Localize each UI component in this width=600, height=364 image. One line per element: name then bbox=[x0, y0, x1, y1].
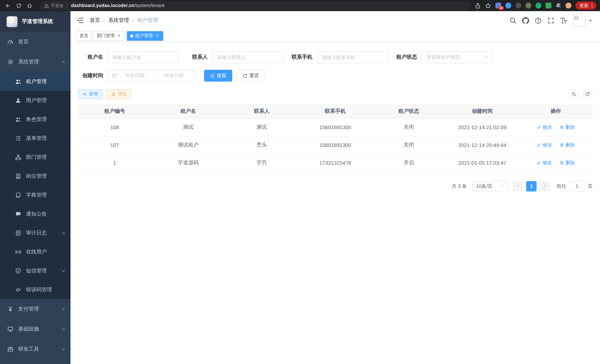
chevron-down-icon bbox=[61, 307, 66, 311]
share-icon[interactable] bbox=[475, 2, 481, 9]
browser-menu-icon[interactable] bbox=[590, 3, 594, 8]
table-toolbar: 新增 导出 bbox=[78, 89, 593, 99]
browser-toolbar-right: 10 更新 bbox=[475, 1, 596, 10]
app-logo[interactable]: 芋道管理系统 bbox=[0, 11, 71, 32]
extension-icon-dark[interactable] bbox=[516, 3, 521, 9]
close-icon[interactable]: × bbox=[155, 33, 160, 38]
create-time-label: 创建时间 bbox=[78, 72, 103, 79]
prev-page-button[interactable] bbox=[513, 181, 523, 191]
tenant-name-cell: 芋道源码 bbox=[151, 154, 225, 172]
export-button[interactable]: 导出 bbox=[106, 89, 131, 99]
page-content: 租户名 联系人 联系手机 租户状态 请选择租户状态 bbox=[71, 42, 600, 364]
extension-icon-drop[interactable] bbox=[505, 3, 511, 9]
sidebar-item-post-management[interactable]: 岗位管理 bbox=[0, 167, 71, 186]
phone-input[interactable] bbox=[317, 51, 388, 63]
help-icon[interactable] bbox=[535, 17, 542, 24]
search-button[interactable]: 搜索 bbox=[204, 70, 232, 82]
delete-link[interactable]: 删除 bbox=[560, 124, 575, 131]
page-size-select[interactable]: 10条/页 bbox=[472, 181, 508, 191]
sidebar-item-infrastructure[interactable]: 基础设施 bbox=[0, 319, 71, 339]
dashboard-icon bbox=[7, 39, 13, 45]
extensions-puzzle-icon[interactable] bbox=[555, 3, 562, 9]
tab-dept-management[interactable]: 部门管理 × bbox=[94, 31, 125, 41]
add-button[interactable]: 新增 bbox=[78, 89, 103, 99]
edit-link[interactable]: 修改 bbox=[536, 159, 552, 166]
extension-icon-badge[interactable]: 10 bbox=[495, 3, 501, 9]
trash-icon bbox=[560, 143, 564, 147]
tenant-status-select[interactable]: 请选择租户状态 bbox=[422, 51, 493, 63]
reset-button-label: 重置 bbox=[249, 72, 259, 79]
browser-back-button[interactable] bbox=[4, 1, 12, 10]
browser-reload-button[interactable] bbox=[14, 1, 23, 10]
url-domain: dashboard.yudao.iocoder.cn bbox=[71, 3, 134, 8]
system-management-submenu: 租户管理 用户管理 角色管理 菜单管理 部门管理 bbox=[0, 72, 71, 299]
tenant-id-cell: 1 bbox=[78, 154, 151, 172]
goto-page-input[interactable] bbox=[569, 181, 585, 191]
contact-input[interactable] bbox=[212, 51, 283, 63]
search-toggle-button[interactable] bbox=[569, 89, 579, 99]
browser-address-bar[interactable]: 不安全 dashboard.yudao.iocoder.cn/system/te… bbox=[40, 1, 471, 10]
user-avatar[interactable] bbox=[572, 14, 585, 27]
font-size-icon[interactable] bbox=[560, 17, 567, 24]
sidebar-item-sms-management[interactable]: 短信管理 bbox=[0, 261, 71, 280]
back-icon bbox=[5, 3, 10, 8]
sidebar-item-menu-management[interactable]: 菜单管理 bbox=[0, 129, 71, 148]
sidebar-item-label: 部门管理 bbox=[26, 154, 47, 160]
sidebar-item-label: 审计日志 bbox=[26, 230, 47, 236]
sidebar-item-dict-management[interactable]: 字典管理 bbox=[0, 186, 71, 205]
next-page-button[interactable] bbox=[540, 181, 550, 191]
edit-link[interactable]: 修改 bbox=[536, 124, 552, 131]
sidebar-item-user-management[interactable]: 用户管理 bbox=[0, 91, 71, 110]
sidebar-item-label: 在线用户 bbox=[26, 248, 47, 255]
page-1-button[interactable]: 1 bbox=[526, 181, 536, 191]
date-start-placeholder: 开始日期 bbox=[117, 72, 153, 79]
edit-link[interactable]: 修改 bbox=[536, 142, 552, 149]
breadcrumb-system[interactable]: 系统管理 bbox=[108, 17, 129, 24]
tab-home[interactable]: 首页 bbox=[76, 31, 92, 41]
delete-link[interactable]: 删除 bbox=[560, 159, 575, 166]
sidebar-item-dev-tools[interactable]: 研发工具 bbox=[0, 339, 71, 359]
breadcrumb-separator: / bbox=[132, 18, 134, 23]
sidebar-item-online-users[interactable]: 在线用户 bbox=[0, 242, 71, 261]
delete-link[interactable]: 删除 bbox=[560, 142, 575, 149]
sidebar-item-label: 研发工具 bbox=[18, 346, 39, 353]
sidebar-item-payment-management[interactable]: 支付管理 bbox=[0, 299, 71, 319]
caret-down-icon[interactable] bbox=[589, 18, 593, 22]
fullscreen-icon[interactable] bbox=[547, 17, 554, 24]
yen-icon bbox=[7, 306, 13, 312]
tab-tenant-management[interactable]: 租户管理 × bbox=[127, 31, 163, 41]
sidebar-item-tenant-management[interactable]: 租户管理 bbox=[0, 72, 71, 91]
sidebar: 芋道管理系统 首页 系统管理 租户管理 用户管理 bbox=[0, 11, 71, 364]
extension-icon-green[interactable] bbox=[535, 3, 541, 9]
search-icon[interactable] bbox=[509, 17, 516, 24]
sidebar-item-system-management[interactable]: 系统管理 bbox=[0, 52, 71, 72]
breadcrumb-home[interactable]: 首页 bbox=[90, 17, 100, 24]
sidebar-item-notice[interactable]: 通知公告 bbox=[0, 205, 71, 223]
tenant-name-input[interactable] bbox=[108, 51, 179, 63]
create-time-range-picker[interactable]: 开始日期 - 结束日期 bbox=[108, 70, 196, 82]
hamburger-icon[interactable] bbox=[76, 17, 84, 24]
refresh-table-button[interactable] bbox=[582, 89, 593, 99]
profile-avatar[interactable] bbox=[565, 3, 572, 9]
created-cell: 2021-01-05 17:03:47 bbox=[445, 154, 519, 172]
org-tree-icon bbox=[15, 154, 21, 160]
browser-update-button[interactable]: 更新 bbox=[575, 1, 596, 10]
security-warning-icon[interactable] bbox=[44, 3, 49, 8]
reset-button[interactable]: 重置 bbox=[237, 70, 265, 82]
close-icon[interactable]: × bbox=[116, 33, 122, 38]
url-path: /system/tenant bbox=[134, 3, 164, 8]
bookmark-star-icon[interactable] bbox=[485, 2, 491, 9]
column-tenant-id: 租户编号 bbox=[78, 104, 151, 118]
chevron-left-icon bbox=[516, 184, 520, 188]
phone-cell: 17321315478 bbox=[299, 154, 372, 172]
extension-icon-olive[interactable] bbox=[525, 3, 531, 9]
badge-icon bbox=[15, 173, 21, 179]
sidebar-item-error-code-management[interactable]: 错误码管理 bbox=[0, 280, 71, 299]
sidebar-item-role-management[interactable]: 角色管理 bbox=[0, 110, 71, 129]
sidebar-item-audit-log[interactable]: 审计日志 bbox=[0, 223, 71, 242]
sidebar-item-home[interactable]: 首页 bbox=[0, 32, 71, 52]
github-icon[interactable] bbox=[522, 17, 529, 24]
extension-icon-green-square[interactable] bbox=[545, 3, 551, 9]
sidebar-item-dept-management[interactable]: 部门管理 bbox=[0, 148, 71, 167]
browser-home-button[interactable] bbox=[25, 1, 33, 10]
